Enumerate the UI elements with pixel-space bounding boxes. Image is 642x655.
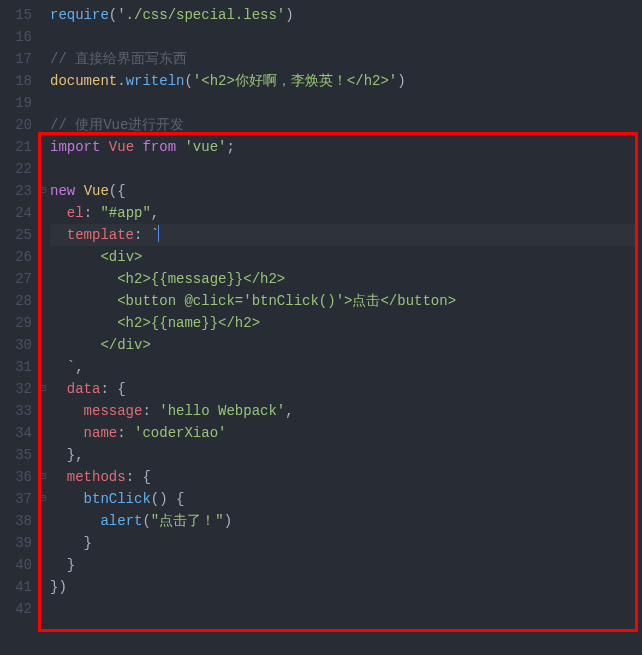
token: require [50, 7, 109, 23]
line-number: 35 [0, 444, 32, 466]
token: './css/special.less' [117, 7, 285, 23]
line-number: 19 [0, 92, 32, 114]
code-line[interactable] [50, 26, 642, 48]
code-area[interactable]: require('./css/special.less')// 直接给界面写东西… [50, 4, 642, 620]
code-line[interactable]: require('./css/special.less') [50, 4, 642, 26]
token: import [50, 139, 100, 155]
fold-marker[interactable]: ⊟ [40, 488, 50, 510]
token: : [142, 403, 159, 419]
token: : [117, 425, 134, 441]
line-number: 37 [0, 488, 32, 510]
fold-marker [40, 554, 50, 576]
fold-marker [40, 510, 50, 532]
code-line[interactable]: name: 'coderXiao' [50, 422, 642, 444]
token: ({ [109, 183, 126, 199]
line-number: 22 [0, 158, 32, 180]
line-number: 16 [0, 26, 32, 48]
line-number: 42 [0, 598, 32, 620]
token: ( [184, 73, 192, 89]
code-line[interactable]: template: ` [50, 224, 642, 246]
token: <div> [100, 249, 142, 265]
code-line[interactable]: }, [50, 444, 642, 466]
line-number: 36 [0, 466, 32, 488]
code-line[interactable] [50, 598, 642, 620]
line-number-gutter: 1516171819202122232425262728293031323334… [0, 4, 40, 620]
fold-marker [40, 70, 50, 92]
token: }) [50, 579, 67, 595]
line-number: 32 [0, 378, 32, 400]
token: } [67, 557, 75, 573]
token: Vue [109, 139, 134, 155]
code-line[interactable] [50, 158, 642, 180]
line-number: 21 [0, 136, 32, 158]
token: </div> [100, 337, 150, 353]
code-line[interactable] [50, 92, 642, 114]
token: ) [285, 7, 293, 23]
line-number: 30 [0, 334, 32, 356]
fold-marker [40, 598, 50, 620]
fold-marker [40, 26, 50, 48]
token: ) [397, 73, 405, 89]
fold-marker [40, 268, 50, 290]
code-line[interactable]: import Vue from 'vue'; [50, 136, 642, 158]
token: template [67, 227, 134, 243]
token: : [84, 205, 101, 221]
token: , [151, 205, 159, 221]
token: () { [151, 491, 185, 507]
fold-marker [40, 532, 50, 554]
code-line[interactable]: `, [50, 356, 642, 378]
fold-marker [40, 158, 50, 180]
code-line[interactable]: el: "#app", [50, 202, 642, 224]
fold-marker [40, 356, 50, 378]
code-line[interactable]: alert("点击了！") [50, 510, 642, 532]
token: , [75, 359, 83, 375]
fold-column: ⊟⊟⊟⊟ [40, 4, 50, 620]
fold-marker [40, 246, 50, 268]
fold-marker[interactable]: ⊟ [40, 378, 50, 400]
code-editor[interactable]: 1516171819202122232425262728293031323334… [0, 0, 642, 620]
line-number: 25 [0, 224, 32, 246]
fold-marker [40, 444, 50, 466]
fold-marker[interactable]: ⊟ [40, 180, 50, 202]
code-line[interactable]: } [50, 554, 642, 576]
token: }, [67, 447, 84, 463]
code-line[interactable]: methods: { [50, 466, 642, 488]
line-number: 17 [0, 48, 32, 70]
line-number: 24 [0, 202, 32, 224]
line-number: 29 [0, 312, 32, 334]
line-number: 41 [0, 576, 32, 598]
code-line[interactable]: <h2>{{message}}</h2> [50, 268, 642, 290]
token: alert [100, 513, 142, 529]
fold-marker [40, 4, 50, 26]
code-line[interactable]: btnClick() { [50, 488, 642, 510]
code-line[interactable]: document.writeln('<h2>你好啊，李焕英！</h2>') [50, 70, 642, 92]
code-line[interactable]: </div> [50, 334, 642, 356]
fold-marker[interactable]: ⊟ [40, 466, 50, 488]
token: : [134, 227, 151, 243]
fold-marker [40, 312, 50, 334]
code-line[interactable]: data: { [50, 378, 642, 400]
code-line[interactable]: message: 'hello Webpack', [50, 400, 642, 422]
token: message [84, 403, 143, 419]
line-number: 31 [0, 356, 32, 378]
line-number: 28 [0, 290, 32, 312]
code-line[interactable]: <h2>{{name}}</h2> [50, 312, 642, 334]
code-line[interactable]: // 使用Vue进行开发 [50, 114, 642, 136]
token: ` [67, 359, 75, 375]
fold-marker [40, 576, 50, 598]
fold-marker [40, 202, 50, 224]
code-line[interactable]: }) [50, 576, 642, 598]
line-number: 39 [0, 532, 32, 554]
token: // 使用Vue进行开发 [50, 117, 184, 133]
fold-marker [40, 400, 50, 422]
line-number: 23 [0, 180, 32, 202]
token: new [50, 183, 75, 199]
code-line[interactable]: <div> [50, 246, 642, 268]
token: ; [226, 139, 234, 155]
token: 'hello Webpack' [159, 403, 285, 419]
code-line[interactable]: new Vue({ [50, 180, 642, 202]
line-number: 33 [0, 400, 32, 422]
code-line[interactable]: } [50, 532, 642, 554]
code-line[interactable]: // 直接给界面写东西 [50, 48, 642, 70]
code-line[interactable]: <button @click='btnClick()'>点击</button> [50, 290, 642, 312]
